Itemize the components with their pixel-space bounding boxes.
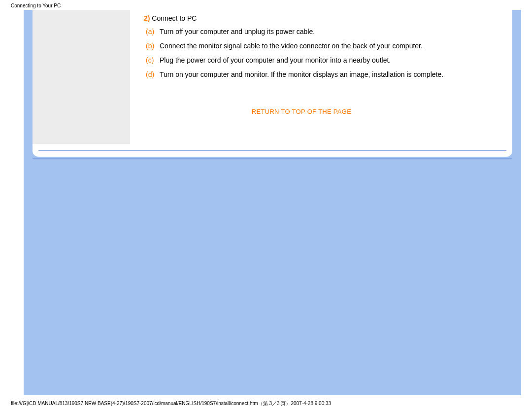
section-number: 2) xyxy=(144,14,150,22)
step-row: (c) Plug the power cord of your computer… xyxy=(144,56,459,65)
section-title: 2) Connect to PC xyxy=(144,14,459,23)
footer-file-path: file:///G|/CD MANUAL/813/190S7 NEW BASE(… xyxy=(11,400,331,407)
step-text: Turn on your computer and monitor. If th… xyxy=(160,70,459,79)
step-letter: (a) xyxy=(144,27,160,36)
step-row: (a) Turn off your computer and unplug it… xyxy=(144,27,459,36)
step-letter: (c) xyxy=(144,56,160,65)
step-letter: (d) xyxy=(144,70,160,79)
content-panel: 2) Connect to PC (a) Turn off your compu… xyxy=(33,10,512,151)
section-title-text: Connect to PC xyxy=(152,14,197,22)
content-body: 2) Connect to PC (a) Turn off your compu… xyxy=(144,14,459,116)
background-panel: 2) Connect to PC (a) Turn off your compu… xyxy=(24,10,521,395)
step-text: Plug the power cord of your computer and… xyxy=(160,56,459,65)
sidebar-placeholder xyxy=(33,10,130,144)
panel-bottom-shadow xyxy=(33,158,512,160)
step-row: (d) Turn on your computer and monitor. I… xyxy=(144,70,459,79)
page-header-label: Connecting to Your PC xyxy=(11,3,61,8)
return-to-top-link[interactable]: RETURN TO TOP OF THE PAGE xyxy=(144,107,459,116)
step-text: Turn off your computer and unplug its po… xyxy=(160,27,459,36)
panel-divider xyxy=(38,150,506,151)
step-text: Connect the monitor signal cable to the … xyxy=(160,41,459,51)
step-letter: (b) xyxy=(144,41,160,51)
step-row: (b) Connect the monitor signal cable to … xyxy=(144,41,459,51)
